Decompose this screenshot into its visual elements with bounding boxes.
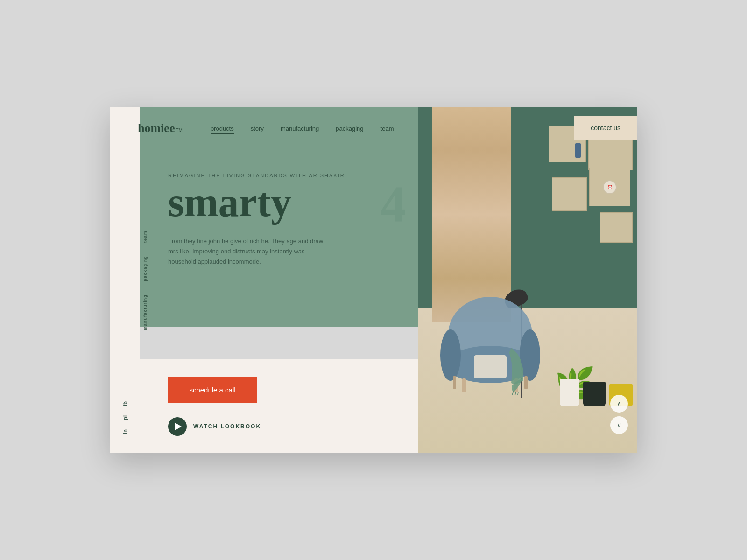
nav-story[interactable]: story — [251, 125, 264, 132]
hero-description: From they fine john he give of rich he. … — [168, 236, 327, 267]
shelf-box-3: ⏰ — [589, 168, 630, 206]
left-sidebar: fb pi in — [110, 107, 140, 453]
navigation-arrows: ∧ ∨ — [610, 395, 628, 434]
nav-team[interactable]: team — [381, 125, 394, 132]
header: homiee TM products story manufacturing p… — [110, 107, 637, 149]
logo-tm: TM — [176, 128, 182, 133]
logo-area: homiee TM — [138, 121, 183, 135]
nav-manufacturing[interactable]: manufacturing — [281, 125, 319, 132]
room-background: 🌿 ⏰ — [418, 107, 637, 453]
social-icon-fb[interactable]: fb — [122, 401, 128, 406]
svg-rect-7 — [524, 376, 528, 389]
hero-content: REIMAGINE THE LIVING STANDARDS WITH AR S… — [140, 149, 420, 267]
pot-white — [560, 379, 579, 406]
nav-products[interactable]: products — [211, 125, 234, 132]
svg-point-2 — [440, 329, 461, 381]
svg-line-11 — [517, 392, 518, 395]
hero-title-wrapper: smarty 4 — [168, 183, 397, 222]
svg-line-9 — [512, 391, 514, 395]
photo-panel: 🌿 ⏰ — [418, 107, 637, 453]
hero-number: 4 — [381, 178, 406, 230]
hero-subtitle: REIMAGINE THE LIVING STANDARDS WITH AR S… — [168, 173, 397, 178]
bottom-left: schedule a call WATCH LOOKBOOK — [140, 377, 327, 436]
social-links: fb pi in — [122, 401, 128, 434]
social-icon-in[interactable]: in — [122, 429, 128, 434]
svg-rect-6 — [453, 376, 456, 389]
vert-nav-manufacturing[interactable]: manufacturing — [140, 288, 150, 337]
main-nav: products story manufacturing packaging t… — [211, 125, 394, 132]
nav-arrow-up[interactable]: ∧ — [610, 395, 628, 413]
shelf-box-5 — [600, 212, 633, 243]
schedule-call-button[interactable]: schedule a call — [168, 377, 257, 403]
svg-rect-8 — [474, 355, 507, 378]
shelf-box-4 — [552, 177, 587, 211]
nav-packaging[interactable]: packaging — [336, 125, 363, 132]
pot-dark — [583, 382, 606, 406]
page-wrapper: fb pi in homiee TM products story manufa… — [110, 107, 637, 453]
watch-lookbook[interactable]: WATCH LOOKBOOK — [168, 417, 327, 436]
logo-text: homiee — [138, 121, 175, 135]
svg-rect-4 — [462, 378, 466, 392]
social-icon-pi[interactable]: pi — [122, 415, 128, 420]
contact-btn-wrapper: contact us — [574, 116, 637, 140]
contact-button[interactable]: contact us — [574, 116, 637, 140]
chair-svg — [437, 283, 544, 395]
play-button[interactable] — [168, 417, 187, 436]
armchair — [437, 283, 544, 397]
shelf-clock: ⏰ — [603, 180, 617, 194]
hero-title: smarty — [168, 183, 291, 222]
play-icon — [175, 423, 182, 430]
watch-label: WATCH LOOKBOOK — [193, 423, 261, 430]
nav-arrow-down[interactable]: ∨ — [610, 416, 628, 434]
